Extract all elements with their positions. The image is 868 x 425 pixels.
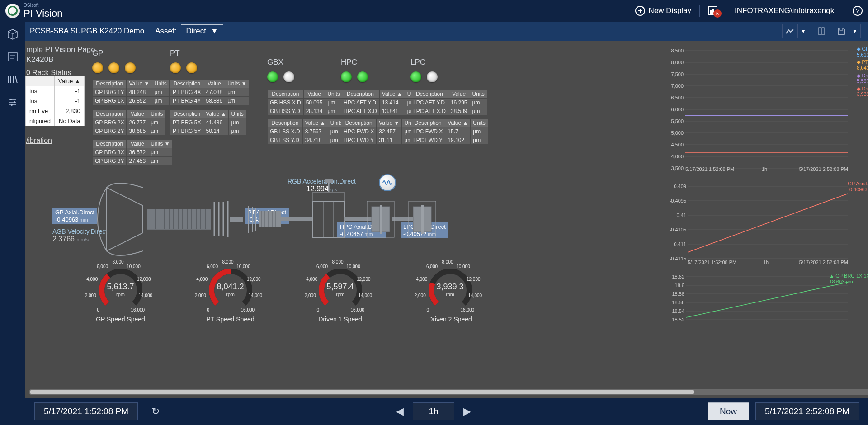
group-gp-table-0[interactable]: DescriptionValue ▼UnitsGP BRG 1Y48.248µm… (92, 79, 170, 105)
status-led-orange[interactable] (92, 62, 103, 73)
table-row[interactable]: GP BRG 2X26.777µm (93, 118, 165, 127)
status-led-orange[interactable] (186, 62, 197, 73)
col-header[interactable]: Description (170, 110, 203, 118)
table-row[interactable]: LPC FWD X15.7µm (411, 128, 488, 136)
group-pt-table-0[interactable]: DescriptionValueUnits ▼PT BRG 4X47.088µm… (170, 79, 250, 105)
gauge-2[interactable]: 02,0004,0006,0008,00010,00012,00014,0001… (298, 258, 382, 323)
rack-status-header[interactable]: Value ▲ (54, 76, 84, 86)
col-header[interactable]: Description (93, 80, 126, 88)
status-led-orange[interactable] (170, 62, 181, 73)
status-led-orange[interactable] (125, 62, 136, 73)
col-header[interactable]: Units (471, 119, 487, 127)
col-header[interactable]: Description (341, 90, 379, 98)
display-canvas[interactable]: mple PI Vision Page K2420B 0 Rack Status… (25, 41, 868, 398)
table-row[interactable]: PT BRG 5X41.436µm (170, 118, 246, 127)
legend-item[interactable]: ◆ GP Spe (857, 46, 868, 52)
table-row[interactable]: LPC FWD Y19.102µm (411, 136, 488, 144)
table-row[interactable]: LPC AFT Y.D16.295µm (411, 99, 487, 107)
col-header[interactable]: Value ▲ (380, 90, 405, 98)
user-label[interactable]: INFOTRAXENG\infotraxengkl (735, 6, 836, 15)
legend-item[interactable]: GP Axial.Direct (848, 181, 868, 187)
table-row[interactable]: HPC AFT Y.D13.414µm (341, 99, 422, 107)
status-led-white[interactable] (427, 71, 438, 82)
legend-item[interactable]: ◆ PT Spee (857, 59, 868, 65)
step-back-button[interactable]: ◀ (393, 406, 406, 417)
save-dropdown[interactable]: ▼ (849, 24, 861, 38)
help-button[interactable]: ? (853, 6, 863, 16)
col-header[interactable]: Units (229, 110, 245, 118)
col-header[interactable]: Value (127, 140, 148, 148)
group-lpc-table-1[interactable]: DescriptionValue ▲UnitsLPC FWD X15.7µmLP… (410, 118, 488, 145)
nav-assets-button[interactable] (6, 28, 19, 41)
scrollbar-thumb[interactable] (30, 390, 694, 394)
col-header[interactable]: Value (127, 110, 148, 118)
trend-chart-brg[interactable]: 18.6218.618.5818.5618.5418.52 ▲ GP BRG 1… (663, 272, 868, 326)
col-header[interactable]: Units (325, 90, 342, 98)
col-header[interactable]: Value ▼ (127, 80, 151, 88)
group-lpc-table-0[interactable]: DescriptionValueUnitsLPC AFT Y.D16.295µm… (410, 90, 487, 116)
col-header[interactable]: Value ▲ (303, 119, 328, 127)
col-header[interactable]: Description (268, 119, 302, 127)
group-gbx-table-1[interactable]: DescriptionValue ▲UnitsGB LSS X.D8.7567µ… (267, 118, 345, 145)
status-led-orange[interactable] (108, 62, 119, 73)
ruler-tool-button[interactable] (814, 24, 829, 38)
table-row[interactable]: GB LSS Y.D34.718µm (268, 136, 345, 144)
col-header[interactable]: Units (148, 110, 165, 118)
col-header[interactable]: Units ▼ (148, 140, 172, 148)
table-row[interactable]: GP BRG 1X26.852µm (93, 97, 169, 105)
group-gbx-table-0[interactable]: DescriptionValueUnitsGB HSS X.D50.095µmG… (267, 90, 343, 116)
col-header[interactable]: Description (411, 90, 448, 98)
nav-events-button[interactable] (6, 51, 19, 63)
col-header[interactable]: Value ▲ (445, 119, 470, 127)
table-row[interactable]: LPC AFT X.D38.589µm (411, 107, 487, 115)
legend-item[interactable]: ▲ GP BRG 1X.1X Amp (829, 273, 868, 279)
gauge-1[interactable]: 02,0004,0006,0008,00010,00012,00014,0001… (189, 258, 272, 323)
gauge-0[interactable]: 02,0004,0006,0008,00010,00012,00014,0001… (79, 258, 162, 323)
table-row[interactable]: GP BRG 3Y27.453µm (93, 157, 172, 165)
step-forward-button[interactable]: ▶ (461, 406, 474, 417)
status-led-white[interactable] (283, 71, 294, 82)
nav-layers-button[interactable] (6, 96, 19, 109)
end-time-input[interactable]: 5/17/2021 2:52:08 PM (755, 402, 859, 420)
notifications-button[interactable]: 5 (708, 6, 718, 16)
new-display-button[interactable]: New Display (635, 6, 691, 16)
col-header[interactable]: Description (268, 90, 303, 98)
nav-library-button[interactable] (6, 73, 19, 86)
table-row[interactable]: GB HSS Y.D28.134µm (268, 107, 342, 115)
save-button[interactable] (834, 24, 849, 38)
display-name-link[interactable]: PCSB-SBA SUPGB K2420 Demo (30, 27, 144, 36)
table-row[interactable]: PT BRG 4X47.088µm (170, 88, 249, 96)
refresh-button[interactable]: ↻ (151, 406, 160, 417)
group-hpc-table-1[interactable]: DescriptionValue ▼UnitsHPC FWD X32.457µm… (341, 118, 420, 145)
now-button[interactable]: Now (708, 402, 749, 420)
trend-tool-dropdown[interactable]: ▼ (797, 24, 809, 38)
table-row[interactable]: PT BRG 5Y50.14µm (170, 127, 246, 135)
horizontal-scrollbar[interactable] (29, 389, 868, 395)
status-led-green[interactable] (341, 71, 352, 82)
trend-chart-axial[interactable]: -0.409-0.4095-0.41-0.4105-0.411-0.4115 5… (663, 180, 868, 269)
col-header[interactable]: Description (93, 110, 126, 118)
col-header[interactable]: Units (470, 90, 487, 98)
col-header[interactable]: Value (304, 90, 325, 98)
gauge-3[interactable]: 02,0004,0006,0008,00010,00012,00014,0001… (408, 258, 492, 323)
legend-item[interactable]: ◆ Driven 1 (857, 73, 868, 79)
table-row[interactable]: GB LSS X.D8.7567µm (268, 128, 345, 136)
table-row[interactable]: HPC FWD X32.457µm (341, 128, 419, 136)
table-row[interactable]: GP BRG 1Y48.248µm (93, 88, 169, 96)
col-header[interactable]: Value (203, 80, 225, 88)
status-led-green[interactable] (357, 71, 368, 82)
col-header[interactable]: Value (448, 90, 470, 98)
status-led-green[interactable] (410, 71, 421, 82)
legend-item[interactable]: ◆ Driven 2 (857, 86, 868, 92)
table-row[interactable]: PT BRG 4Y58.886µm (170, 97, 249, 105)
group-gp-table-1[interactable]: DescriptionValueUnitsGP BRG 2X26.777µmGP… (92, 109, 166, 136)
table-row[interactable]: HPC AFT X.D13.841µm (341, 107, 422, 115)
trend-tool-button[interactable] (782, 24, 797, 38)
col-header[interactable]: Value ▼ (377, 119, 401, 127)
range-button[interactable]: 1h (413, 402, 454, 420)
table-row[interactable]: GB HSS X.D50.095µm (268, 99, 342, 107)
col-header[interactable]: Units (152, 80, 169, 88)
table-row[interactable]: GP BRG 3X36.572µm (93, 148, 172, 156)
col-header[interactable]: Description (93, 140, 126, 148)
table-row[interactable]: HPC FWD Y31.11µm (341, 136, 419, 144)
